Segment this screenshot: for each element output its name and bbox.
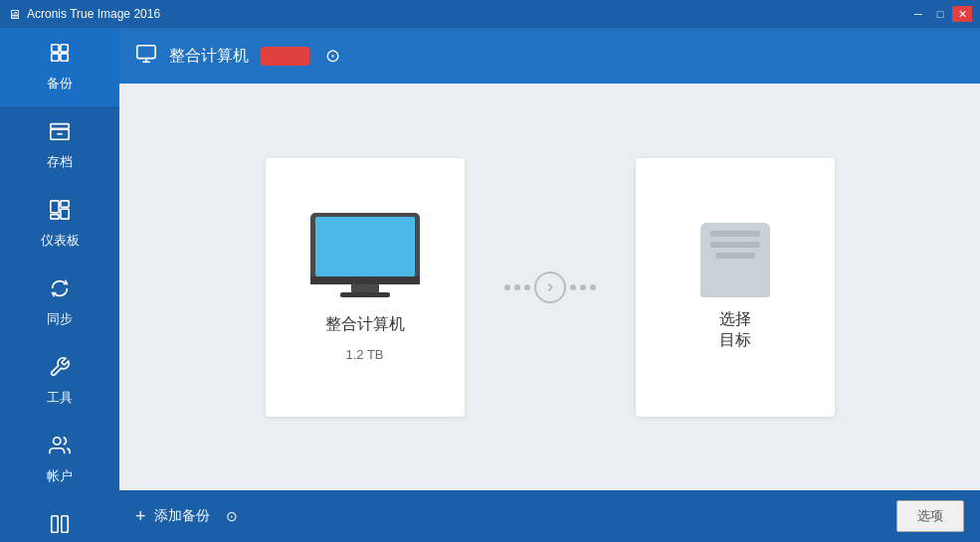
sidebar-item-help[interactable]: 帮助: [0, 499, 119, 542]
options-button[interactable]: 选项: [896, 500, 964, 532]
dashboard-icon: [49, 199, 71, 226]
app-title: Acronis True Image 2016: [27, 7, 160, 21]
topbar-title: 整合计算机: [169, 46, 249, 67]
svg-rect-0: [52, 45, 59, 52]
sidebar-label-account: 帐户: [47, 467, 73, 485]
sidebar-label-backup: 备份: [47, 75, 73, 92]
tools-icon: [49, 356, 71, 383]
topbar-monitor-icon: [135, 43, 157, 70]
svg-rect-10: [61, 209, 69, 219]
svg-rect-1: [61, 45, 68, 52]
svg-point-11: [54, 438, 61, 445]
topbar-chevron-icon[interactable]: ⊙: [325, 45, 340, 67]
svg-rect-8: [61, 201, 69, 207]
titlebar-left: 🖥 Acronis True Image 2016: [8, 7, 160, 22]
bottombar-right: 选项: [896, 500, 964, 532]
drive-image: [700, 223, 770, 297]
minimize-button[interactable]: ─: [908, 6, 928, 22]
svg-rect-13: [62, 516, 68, 533]
bottombar-chevron-icon: ⊙: [226, 508, 238, 524]
svg-rect-9: [51, 215, 59, 220]
arrow-connector: [504, 271, 596, 303]
dot6: [590, 284, 596, 290]
sidebar-label-archive: 存档: [47, 153, 73, 171]
source-card-subtitle: 1.2 TB: [345, 347, 383, 362]
app-icon: 🖥: [8, 7, 21, 22]
topbar: 整合计算机 ⊙: [119, 28, 980, 84]
content-area: 整合计算机 1.2 TB: [119, 84, 980, 490]
svg-rect-7: [51, 201, 59, 213]
monitor-image: [310, 213, 420, 302]
add-backup-button[interactable]: + 添加备份 ⊙: [135, 506, 238, 527]
svg-rect-12: [52, 516, 58, 533]
source-card[interactable]: 整合计算机 1.2 TB: [266, 158, 465, 417]
account-icon: [49, 435, 71, 461]
dot2: [514, 284, 520, 290]
svg-rect-3: [61, 54, 68, 61]
drive-stripe2: [710, 242, 760, 248]
app-body: 备份 存档 仪表板: [0, 28, 980, 542]
drive-stripe1: [710, 231, 760, 237]
target-card[interactable]: 选择 目标: [636, 158, 835, 417]
dot4: [570, 284, 576, 290]
archive-icon: [49, 120, 71, 147]
add-backup-label: 添加备份: [154, 507, 210, 525]
help-icon: [49, 513, 71, 540]
svg-rect-2: [52, 54, 59, 61]
plus-icon: +: [135, 506, 146, 527]
backup-icon: [49, 42, 71, 69]
sidebar-label-tools: 工具: [47, 389, 73, 407]
svg-rect-14: [137, 45, 155, 58]
sidebar-item-backup[interactable]: 备份: [0, 28, 119, 106]
sidebar: 备份 存档 仪表板: [0, 28, 119, 542]
source-card-title: 整合计算机: [325, 314, 405, 335]
sync-icon: [49, 277, 71, 304]
maximize-button[interactable]: □: [930, 6, 950, 22]
target-card-line1: 选择 目标: [719, 309, 751, 351]
bottombar: + 添加备份 ⊙ 选项: [119, 490, 980, 542]
sidebar-item-sync[interactable]: 同步: [0, 264, 119, 342]
drive-stripe3: [715, 253, 755, 259]
sidebar-label-sync: 同步: [47, 310, 73, 328]
main-area: 整合计算机 ⊙ 整合计算机 1.2 TB: [119, 28, 980, 542]
sidebar-label-dashboard: 仪表板: [41, 232, 80, 250]
dot5: [580, 284, 586, 290]
titlebar-controls: ─ □ ✕: [908, 6, 972, 22]
sidebar-item-archive[interactable]: 存档: [0, 106, 119, 185]
sidebar-item-account[interactable]: 帐户: [0, 421, 119, 499]
svg-rect-4: [51, 124, 69, 129]
dot3: [524, 284, 530, 290]
sidebar-item-dashboard[interactable]: 仪表板: [0, 185, 119, 264]
dot1: [504, 284, 510, 290]
topbar-badge: [261, 47, 309, 66]
close-button[interactable]: ✕: [952, 6, 972, 22]
titlebar: 🖥 Acronis True Image 2016 ─ □ ✕: [0, 0, 980, 28]
sidebar-item-tools[interactable]: 工具: [0, 342, 119, 421]
arrow-circle: [534, 271, 566, 303]
